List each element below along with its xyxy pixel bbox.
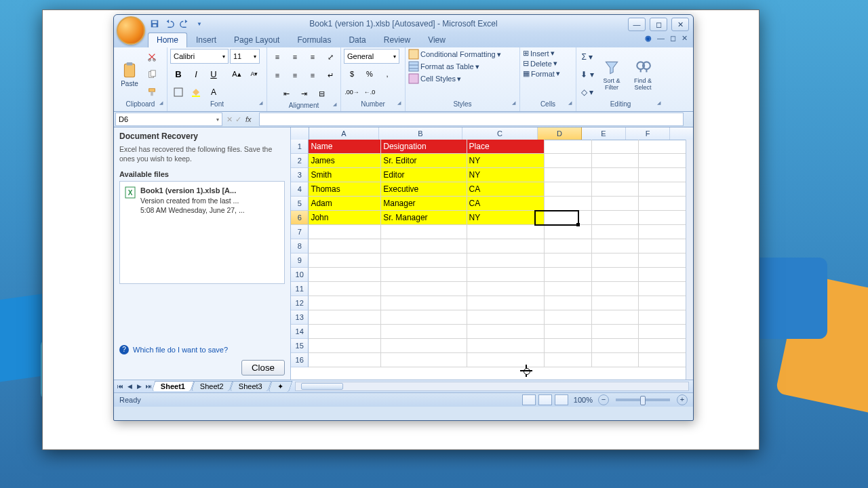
cell[interactable] xyxy=(592,282,639,296)
number-format-combo[interactable]: General▾ xyxy=(344,49,399,64)
column-header[interactable]: F xyxy=(626,127,670,140)
cell[interactable] xyxy=(545,211,592,225)
align-center-button[interactable]: ≡ xyxy=(287,67,303,83)
recovery-file-item[interactable]: X Book1 (version 1).xlsb [A... Version c… xyxy=(123,184,281,216)
cell[interactable] xyxy=(545,296,592,310)
cell[interactable]: Smith xyxy=(309,168,381,182)
cell[interactable] xyxy=(545,182,592,197)
tab-review[interactable]: Review xyxy=(375,33,419,47)
cell[interactable] xyxy=(309,325,381,339)
formula-bar[interactable] xyxy=(259,113,684,126)
row-header[interactable]: 5 xyxy=(291,197,309,211)
cell[interactable] xyxy=(592,325,639,339)
format-painter-icon[interactable] xyxy=(144,84,160,100)
border-button[interactable] xyxy=(170,84,186,100)
cell[interactable] xyxy=(467,296,545,310)
save-icon[interactable] xyxy=(148,17,161,30)
row-header[interactable]: 13 xyxy=(291,310,309,325)
cancel-formula-icon[interactable]: ✕ xyxy=(226,115,233,124)
cell[interactable] xyxy=(592,253,639,268)
cell[interactable] xyxy=(381,225,467,239)
align-top-button[interactable]: ≡ xyxy=(269,49,285,65)
cell[interactable] xyxy=(545,140,592,154)
cell[interactable] xyxy=(545,282,592,296)
cell[interactable] xyxy=(639,168,686,182)
cell[interactable] xyxy=(545,353,592,367)
cell[interactable]: CA xyxy=(467,182,545,197)
cell[interactable] xyxy=(592,154,639,168)
horizontal-scrollbar[interactable] xyxy=(295,382,689,391)
cell[interactable] xyxy=(381,239,467,253)
vertical-scrollbar[interactable] xyxy=(686,140,693,380)
cell[interactable]: NY xyxy=(467,154,545,168)
cell[interactable]: NY xyxy=(467,168,545,182)
wrap-text-button[interactable]: ↵ xyxy=(322,67,338,83)
cell[interactable] xyxy=(639,339,686,353)
cell[interactable] xyxy=(639,296,686,310)
align-middle-button[interactable]: ≡ xyxy=(287,49,303,65)
cell[interactable] xyxy=(381,353,467,367)
row-header[interactable]: 15 xyxy=(291,339,309,353)
cell[interactable] xyxy=(467,339,545,353)
first-sheet-button[interactable]: ⏮ xyxy=(115,383,125,390)
cell[interactable] xyxy=(467,282,545,296)
cell[interactable] xyxy=(545,268,592,282)
cell[interactable]: Editor xyxy=(381,168,467,182)
recovery-help-link[interactable]: ? Which file do I want to save? xyxy=(119,345,285,354)
cell[interactable] xyxy=(592,182,639,197)
cell[interactable] xyxy=(592,211,639,225)
cell[interactable] xyxy=(545,168,592,182)
qat-dropdown-icon[interactable]: ▼ xyxy=(193,17,206,30)
row-header[interactable]: 9 xyxy=(291,253,309,268)
font-name-combo[interactable]: Calibri▾ xyxy=(170,49,229,64)
sort-filter-button[interactable]: Sort & Filter xyxy=(597,59,627,91)
cell[interactable]: Sr. Manager xyxy=(381,211,467,225)
select-all-corner[interactable] xyxy=(291,127,309,140)
close-button[interactable]: ✕ xyxy=(671,18,689,31)
cell[interactable] xyxy=(381,310,467,325)
column-header[interactable]: D xyxy=(538,127,582,140)
cell[interactable] xyxy=(309,353,381,367)
office-button[interactable] xyxy=(117,16,145,45)
cell[interactable]: John xyxy=(309,211,381,225)
minimize-button[interactable]: — xyxy=(628,18,646,31)
cell-styles-button[interactable]: Cell Styles ▾ xyxy=(408,73,461,84)
sheet-tab-3[interactable]: Sheet3 xyxy=(230,381,272,391)
cell[interactable] xyxy=(639,239,686,253)
column-header[interactable]: B xyxy=(379,127,462,140)
row-header[interactable]: 4 xyxy=(291,182,309,197)
column-header[interactable]: A xyxy=(309,127,379,140)
tab-insert[interactable]: Insert xyxy=(187,33,225,47)
format-as-table-button[interactable]: Format as Table ▾ xyxy=(408,61,479,72)
merge-button[interactable]: ⊟ xyxy=(313,85,330,102)
cell[interactable] xyxy=(545,253,592,268)
underline-button[interactable]: U xyxy=(205,66,222,82)
cell[interactable] xyxy=(309,225,381,239)
cell[interactable] xyxy=(467,225,545,239)
cell[interactable] xyxy=(639,310,686,325)
row-header[interactable]: 6 xyxy=(291,211,309,225)
cell[interactable]: NY xyxy=(467,211,545,225)
shrink-font-button[interactable]: A▾ xyxy=(246,66,262,82)
prev-sheet-button[interactable]: ◀ xyxy=(125,383,134,390)
cell[interactable] xyxy=(592,353,639,367)
cell[interactable] xyxy=(639,268,686,282)
cell[interactable] xyxy=(592,339,639,353)
cell[interactable] xyxy=(381,253,467,268)
cell[interactable] xyxy=(545,197,592,211)
tab-page-layout[interactable]: Page Layout xyxy=(225,33,288,47)
cell[interactable] xyxy=(381,282,467,296)
grow-font-button[interactable]: A▴ xyxy=(229,66,245,82)
cell[interactable] xyxy=(467,325,545,339)
cell[interactable] xyxy=(639,197,686,211)
increase-decimal-button[interactable]: .00→ xyxy=(344,84,360,100)
cell[interactable]: Manager xyxy=(381,197,467,211)
tab-view[interactable]: View xyxy=(419,33,454,47)
doc-minimize-button[interactable]: — xyxy=(657,34,665,43)
name-box[interactable]: D6▾ xyxy=(115,113,222,126)
recovery-close-button[interactable]: Close xyxy=(241,360,285,375)
row-header[interactable]: 1 xyxy=(291,140,309,154)
currency-button[interactable]: $ xyxy=(344,66,360,82)
page-break-view-button[interactable] xyxy=(555,394,568,405)
tab-formulas[interactable]: Formulas xyxy=(288,33,340,47)
